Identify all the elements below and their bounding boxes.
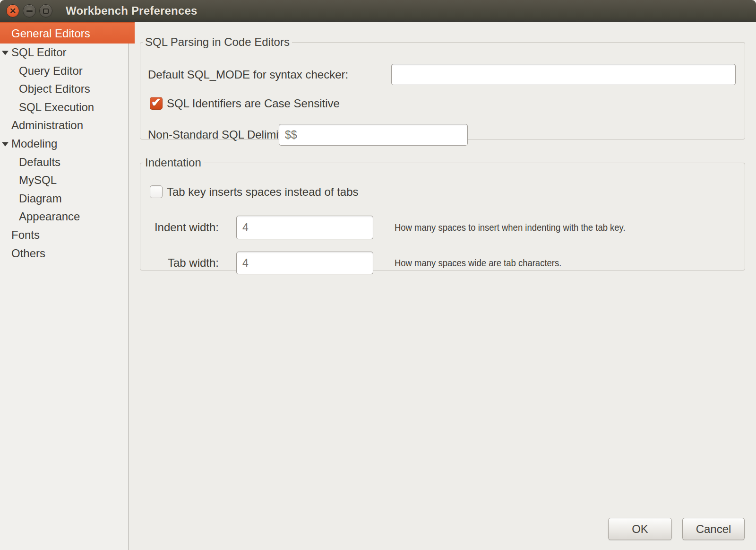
preferences-window: ✕ Workbench Preferences General Editors … xyxy=(0,0,756,550)
sidebar-item-diagram[interactable]: Diagram xyxy=(0,190,129,208)
preferences-content: SQL Parsing in Code Editors Default SQL_… xyxy=(129,22,756,550)
sidebar-item-label: SQL Editor xyxy=(11,46,67,59)
tab-width-label: Tab width: xyxy=(148,252,219,274)
preferences-sidebar: General Editors SQL Editor Query Editor … xyxy=(0,22,129,550)
indentation-group: Indentation Tab key inserts spaces inste… xyxy=(140,156,745,271)
case-sensitive-label[interactable]: SQL Identifiers are Case Sensitive xyxy=(167,97,340,110)
minimize-window-button[interactable] xyxy=(23,4,36,17)
tab-width-input[interactable] xyxy=(236,252,373,274)
sidebar-item-modeling[interactable]: Modeling xyxy=(0,135,129,153)
delimiter-label: Non-Standard SQL Delimiter: xyxy=(148,124,295,146)
sidebar-nav: General Editors SQL Editor Query Editor … xyxy=(0,22,129,262)
sidebar-item-object-editors[interactable]: Object Editors xyxy=(0,80,129,98)
sidebar-item-administration[interactable]: Administration xyxy=(0,116,129,135)
sql-mode-input[interactable] xyxy=(391,64,736,85)
dialog-body: General Editors SQL Editor Query Editor … xyxy=(0,22,756,550)
sidebar-item-defaults[interactable]: Defaults xyxy=(0,153,129,172)
sidebar-item-general-editors[interactable]: General Editors xyxy=(0,22,135,44)
sidebar-item-fonts[interactable]: Fonts xyxy=(0,226,129,244)
close-icon: ✕ xyxy=(9,7,16,15)
indent-width-input[interactable] xyxy=(236,216,373,239)
ok-button[interactable]: OK xyxy=(608,518,672,540)
indent-width-label: Indent width: xyxy=(148,216,219,239)
close-window-button[interactable]: ✕ xyxy=(6,4,19,17)
tab-width-help: How many spaces wide are tab characters. xyxy=(395,252,584,274)
sidebar-item-sql-execution[interactable]: SQL Execution xyxy=(0,98,129,117)
delimiter-input[interactable] xyxy=(279,124,468,146)
checkmark-icon: ✔ xyxy=(151,96,161,108)
sidebar-item-label: Modeling xyxy=(11,137,57,150)
sidebar-item-appearance[interactable]: Appearance xyxy=(0,208,129,226)
indentation-legend: Indentation xyxy=(143,156,204,169)
sidebar-item-others[interactable]: Others xyxy=(0,244,129,263)
sidebar-item-query-editor[interactable]: Query Editor xyxy=(0,62,129,80)
sidebar-item-mysql[interactable]: MySQL xyxy=(0,171,129,190)
tab-inserts-spaces-label[interactable]: Tab key inserts spaces instead of tabs xyxy=(167,185,359,198)
maximize-icon xyxy=(43,9,49,14)
expander-down-icon[interactable] xyxy=(2,51,9,55)
minimize-icon xyxy=(26,10,33,12)
sql-mode-label: Default SQL_MODE for syntax checker: xyxy=(148,64,348,85)
indent-width-help: How many spaces to insert when indenting… xyxy=(395,216,657,239)
titlebar: ✕ Workbench Preferences xyxy=(0,0,756,22)
cancel-button[interactable]: Cancel xyxy=(682,518,745,540)
sidebar-item-sql-editor[interactable]: SQL Editor xyxy=(0,44,129,62)
sql-parsing-legend: SQL Parsing in Code Editors xyxy=(143,35,292,49)
maximize-window-button[interactable] xyxy=(39,4,52,17)
sql-parsing-group: SQL Parsing in Code Editors Default SQL_… xyxy=(140,35,745,140)
tab-inserts-spaces-checkbox[interactable] xyxy=(150,185,163,198)
case-sensitive-checkbox[interactable]: ✔ xyxy=(150,97,163,110)
window-title: Workbench Preferences xyxy=(66,4,198,17)
expander-down-icon[interactable] xyxy=(2,142,9,147)
